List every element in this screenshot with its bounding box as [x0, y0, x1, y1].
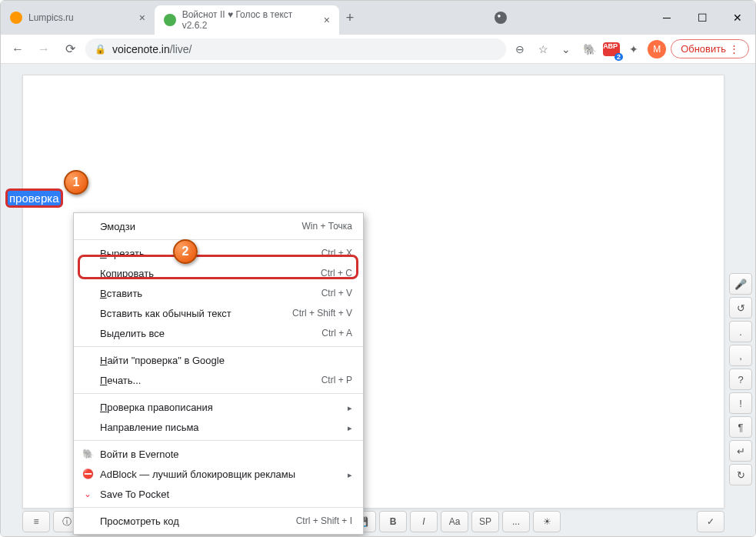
window-titlebar: Lumpics.ru × Войснот II ♥ Голос в текст …	[1, 1, 755, 35]
menu-button[interactable]: ≡	[22, 511, 50, 532]
annotation-badge-1: 1	[64, 170, 88, 195]
redo-button[interactable]: ↻	[729, 464, 752, 485]
profile-avatar[interactable]: M	[648, 40, 666, 58]
mic-button[interactable]: 🎤	[729, 273, 752, 295]
undo-button[interactable]: ↺	[729, 297, 752, 319]
pocket-icon[interactable]: ⌄	[557, 40, 575, 58]
cm-separator	[74, 393, 363, 394]
cm-label: Вставить как обычный текст	[100, 308, 292, 319]
tab-title: Войснот II ♥ Голос в текст v2.6.2	[182, 9, 318, 31]
cm-shortcut: Win + Точка	[301, 221, 352, 232]
cm-shortcut: Ctrl + P	[321, 375, 352, 385]
close-window-button[interactable]: ✕	[720, 1, 755, 35]
cm-cut[interactable]: Вырезать Ctrl + X	[74, 243, 363, 263]
cm-label: Вырезать	[100, 248, 321, 259]
reload-button[interactable]: ⟳	[59, 38, 81, 60]
cm-pocket[interactable]: ⌄ Save To Pocket	[74, 484, 363, 504]
case-button[interactable]: Aa	[441, 511, 468, 532]
url-domain: voicenote.in	[112, 43, 170, 55]
brightness-button[interactable]: ☀	[533, 511, 561, 532]
close-icon[interactable]: ×	[139, 12, 145, 24]
chevron-right-icon	[348, 469, 352, 480]
adblock-icon[interactable]: ABP	[603, 42, 620, 56]
favicon-icon	[10, 12, 22, 24]
cm-emoji[interactable]: Эмодзи Win + Точка	[74, 216, 363, 236]
star-icon[interactable]: ☆	[534, 40, 552, 58]
cm-copy[interactable]: Копировать Ctrl + C	[74, 263, 363, 283]
forward-button[interactable]: →	[33, 38, 55, 60]
annotation-badge-2: 2	[173, 239, 198, 264]
minimize-button[interactable]: ─	[649, 1, 684, 35]
extensions-icon[interactable]: ✦	[624, 40, 643, 58]
sp-button[interactable]: SP	[471, 511, 499, 532]
update-label: Обновить	[681, 43, 726, 55]
check-button[interactable]: ✓	[697, 511, 724, 532]
new-tab-button[interactable]: +	[339, 1, 361, 35]
evernote-icon[interactable]: 🐘	[580, 40, 598, 58]
cm-separator	[74, 440, 363, 441]
cm-shortcut: Ctrl + X	[321, 248, 352, 258]
evernote-icon: 🐘	[82, 448, 94, 460]
chevron-right-icon	[348, 402, 352, 413]
cm-label: Просмотреть код	[100, 515, 296, 527]
address-bar: ← → ⟳ 🔒 voicenote.in/live/ ⊖ ☆ ⌄ 🐘 ABP ✦…	[1, 35, 755, 64]
cm-inspect[interactable]: Просмотреть код Ctrl + Shift + I	[74, 511, 363, 531]
cm-label: Проверка правописания	[100, 402, 348, 413]
close-icon[interactable]: ×	[324, 14, 330, 26]
cm-separator	[74, 507, 363, 508]
cm-print[interactable]: Печать... Ctrl + P	[74, 370, 363, 390]
cm-paste-plain[interactable]: Вставить как обычный текст Ctrl + Shift …	[74, 303, 363, 323]
question-button[interactable]: ?	[729, 369, 752, 390]
bold-button[interactable]: B	[379, 511, 407, 532]
adblock-icon: ⛔	[82, 468, 94, 480]
vertical-toolbar: 🎤 ↺ . , ? ! ¶ ↵ ↻	[729, 273, 754, 485]
chevron-right-icon	[348, 422, 352, 433]
context-menu: Эмодзи Win + Точка Вырезать Ctrl + X Коп…	[73, 212, 364, 535]
ellipsis-button[interactable]: ...	[502, 511, 530, 532]
window-controls: ─ ☐ ✕	[649, 1, 755, 35]
cm-label: Выделить все	[100, 328, 321, 339]
maximize-button[interactable]: ☐	[684, 1, 720, 35]
cm-label: Эмодзи	[100, 221, 301, 232]
cm-shortcut: Ctrl + Shift + V	[292, 308, 352, 319]
cm-label: Вставить	[100, 288, 321, 299]
cm-search-google[interactable]: Найти "проверка" в Google	[74, 350, 363, 370]
cm-label: Войти в Evernote	[100, 449, 352, 460]
cm-evernote[interactable]: 🐘 Войти в Evernote	[74, 444, 363, 464]
selected-text[interactable]: проверка	[5, 188, 63, 208]
cm-label: Найти "проверка" в Google	[100, 355, 352, 366]
favicon-icon	[164, 14, 176, 26]
update-button[interactable]: Обновить⋮	[671, 39, 749, 58]
exclaim-button[interactable]: !	[729, 392, 752, 414]
cm-label: Save To Pocket	[100, 489, 352, 500]
incognito-icon	[495, 12, 507, 24]
cm-shortcut: Ctrl + Shift + I	[296, 515, 352, 526]
tab-voicenote[interactable]: Войснот II ♥ Голос в текст v2.6.2 ×	[155, 5, 339, 35]
cm-direction[interactable]: Направление письма	[74, 417, 363, 437]
cm-shortcut: Ctrl + A	[321, 328, 352, 339]
zoom-icon[interactable]: ⊖	[511, 40, 529, 58]
back-button[interactable]: ←	[7, 38, 28, 60]
enter-button[interactable]: ↵	[729, 440, 752, 462]
url-input[interactable]: 🔒 voicenote.in/live/	[85, 38, 506, 60]
cm-separator	[74, 346, 363, 347]
cm-separator	[74, 239, 363, 240]
cm-paste[interactable]: Вставить Ctrl + V	[74, 283, 363, 303]
cm-adblock[interactable]: ⛔ AdBlock — лучший блокировщик рекламы	[74, 464, 363, 484]
cm-select-all[interactable]: Выделить все Ctrl + A	[74, 323, 363, 343]
cm-shortcut: Ctrl + C	[321, 268, 352, 279]
cm-label: Печать...	[100, 375, 321, 386]
paragraph-button[interactable]: ¶	[729, 416, 752, 438]
cm-label: AdBlock — лучший блокировщик рекламы	[100, 469, 348, 480]
italic-button[interactable]: I	[410, 511, 438, 532]
lock-icon: 🔒	[95, 44, 106, 55]
cm-spellcheck[interactable]: Проверка правописания	[74, 397, 363, 417]
period-button[interactable]: .	[729, 321, 752, 342]
cm-shortcut: Ctrl + V	[321, 288, 352, 299]
cm-label: Направление письма	[100, 422, 348, 433]
comma-button[interactable]: ,	[729, 345, 752, 366]
tab-title: Lumpics.ru	[28, 12, 74, 23]
pocket-icon: ⌄	[82, 488, 94, 500]
tab-lumpics[interactable]: Lumpics.ru ×	[1, 1, 155, 35]
url-path: /live/	[170, 43, 192, 55]
